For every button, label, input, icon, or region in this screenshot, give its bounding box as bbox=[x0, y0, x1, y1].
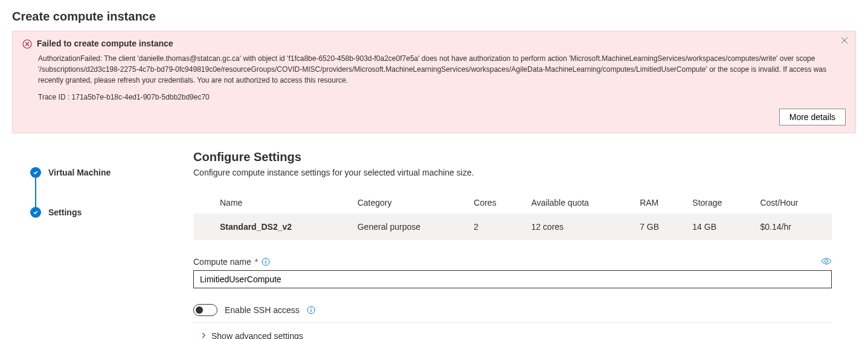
show-advanced-settings[interactable]: Show advanced settings bbox=[193, 323, 832, 339]
step-label: Settings bbox=[48, 208, 82, 217]
ssh-label: Enable SSH access bbox=[225, 305, 300, 315]
page-title: Create compute instance bbox=[0, 0, 868, 31]
table-header-row: Name Category Cores Available quota RAM … bbox=[193, 192, 832, 214]
required-indicator: * bbox=[255, 257, 258, 267]
cell-ram: 7 GB bbox=[631, 214, 684, 240]
cell-cost: $0.14/hr bbox=[751, 214, 832, 240]
more-details-button[interactable]: More details bbox=[779, 109, 846, 125]
ssh-toggle[interactable] bbox=[193, 304, 217, 316]
cell-quota: 12 cores bbox=[522, 214, 631, 240]
ssh-toggle-row: Enable SSH access bbox=[193, 298, 832, 323]
advanced-label: Show advanced settings bbox=[211, 331, 303, 339]
svg-point-4 bbox=[825, 260, 828, 263]
step-connector bbox=[35, 178, 36, 207]
chevron-right-icon bbox=[201, 331, 207, 339]
error-alert: Failed to create compute instance Author… bbox=[12, 31, 856, 133]
info-icon[interactable] bbox=[262, 258, 270, 266]
section-title: Configure Settings bbox=[193, 150, 832, 164]
svg-rect-7 bbox=[310, 309, 311, 312]
stepper-nav: Virtual Machine Settings bbox=[12, 143, 181, 339]
step-label: Virtual Machine bbox=[48, 168, 111, 177]
toggle-knob bbox=[196, 306, 203, 314]
info-icon[interactable] bbox=[307, 306, 315, 314]
cell-storage: 14 GB bbox=[684, 214, 751, 240]
alert-body: AuthorizationFailed: The client 'daniell… bbox=[38, 53, 846, 86]
table-row[interactable]: Standard_DS2_v2 General purpose 2 12 cor… bbox=[193, 214, 832, 240]
compute-name-input[interactable] bbox=[193, 270, 832, 288]
cell-name: Standard_DS2_v2 bbox=[193, 214, 349, 240]
step-virtual-machine[interactable]: Virtual Machine bbox=[30, 167, 174, 178]
close-icon bbox=[841, 37, 848, 44]
eye-icon[interactable] bbox=[821, 257, 832, 267]
main-content: Configure Settings Configure compute ins… bbox=[193, 143, 856, 339]
cell-category: General purpose bbox=[349, 214, 466, 240]
error-icon bbox=[22, 39, 32, 51]
svg-point-6 bbox=[310, 308, 312, 309]
cell-cores: 2 bbox=[465, 214, 522, 240]
col-cost: Cost/Hour bbox=[751, 192, 832, 214]
check-icon bbox=[30, 207, 41, 218]
vm-size-table: Name Category Cores Available quota RAM … bbox=[193, 192, 832, 240]
col-category: Category bbox=[349, 192, 466, 214]
step-settings[interactable]: Settings bbox=[30, 207, 174, 218]
col-name: Name bbox=[193, 192, 349, 214]
check-icon bbox=[30, 167, 41, 178]
section-desc: Configure compute instance settings for … bbox=[193, 168, 832, 177]
svg-point-2 bbox=[265, 259, 266, 261]
col-cores: Cores bbox=[465, 192, 522, 214]
compute-name-label: Compute name * bbox=[193, 257, 270, 267]
alert-title: Failed to create compute instance bbox=[37, 39, 173, 48]
col-ram: RAM bbox=[631, 192, 684, 214]
col-quota: Available quota bbox=[522, 192, 631, 214]
alert-trace: Trace ID : 171a5b7e-b18c-4ed1-907b-5dbb2… bbox=[38, 93, 846, 101]
svg-rect-3 bbox=[266, 261, 266, 264]
col-storage: Storage bbox=[684, 192, 751, 214]
close-alert-button[interactable] bbox=[841, 36, 848, 46]
